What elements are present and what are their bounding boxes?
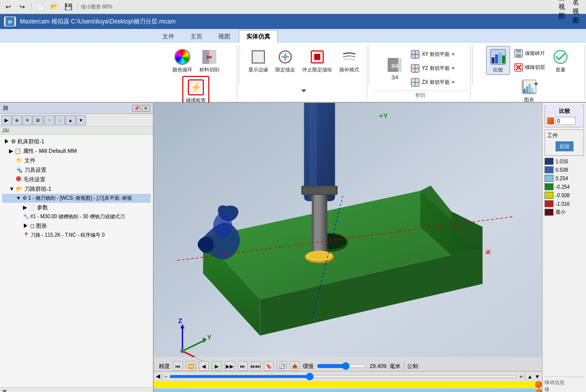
tree-tool-settings[interactable]: 🔩 刀具设置 — [2, 165, 151, 175]
svg-rect-32 — [499, 52, 502, 63]
save-fragment-btn[interactable]: 保留碎片 — [511, 47, 548, 60]
cut-zx-btn[interactable]: ZX 剪切平面 — [408, 76, 458, 89]
front-view-btn[interactable]: 俯视图 — [558, 1, 570, 12]
display-expand-btn[interactable] — [299, 76, 309, 106]
anim-left-btn[interactable]: ◀ — [156, 373, 160, 380]
quality-btn[interactable]: 质量 — [549, 46, 573, 75]
legend-item-4: -0.508 — [545, 192, 584, 199]
right-panel-info: 移动信息 移 — [545, 377, 584, 392]
tab-home[interactable]: 主页 — [183, 30, 210, 43]
jai-label: JAi — [2, 128, 9, 133]
tree-tool1[interactable]: 🔧 #1 - M30.00 键槽铣削 - 30 槽铣刀或键式刀 — [2, 212, 151, 221]
toolbar-btn-4[interactable]: ⊞ — [33, 115, 43, 125]
anim-slider[interactable] — [169, 375, 517, 378]
toolbar-btn-6[interactable]: ↓ — [55, 115, 65, 125]
color-ring-btn[interactable]: 颜色循环 — [169, 46, 195, 75]
anim-plus-btn[interactable]: + — [520, 374, 523, 380]
toolbar-btn-2[interactable]: ⊕ — [12, 115, 22, 125]
stop-limit-btn[interactable]: 停止限定描绘 — [299, 46, 335, 75]
play-prev-btn[interactable]: ⏪ — [186, 361, 196, 371]
limit-trace-btn[interactable]: 限定描走 — [272, 46, 298, 75]
new-icon[interactable]: 📄 — [34, 1, 46, 12]
play-fwd-btn[interactable]: ▶▶ — [225, 361, 235, 371]
anim-minus-btn[interactable]: − — [164, 374, 167, 380]
tree-params[interactable]: ▶ 📄 参数 — [2, 203, 151, 212]
cut-xy-btn[interactable]: XY 剪切平面 — [408, 48, 458, 61]
svg-rect-33 — [502, 55, 505, 63]
toolbar-btn-7[interactable]: ▲ — [65, 115, 75, 125]
viewport[interactable]: +Y — [154, 103, 542, 392]
open-icon[interactable]: 📂 — [48, 1, 60, 12]
material-cut-icon: ✂ — [200, 48, 218, 66]
properties-icon: 📋 — [14, 148, 23, 154]
svg-rect-44 — [529, 84, 531, 93]
tab-view[interactable]: 视图 — [211, 30, 238, 43]
blue-progress-bar[interactable] — [154, 389, 542, 392]
tree-properties[interactable]: ▶ 📋 属性 - Mill Default MM — [2, 146, 151, 156]
save-icon[interactable]: 💾 — [62, 1, 74, 12]
insert-mode-btn[interactable]: 插补模式 — [336, 46, 362, 75]
refresh-btn[interactable]: 🔄 — [277, 361, 287, 371]
right-panel: 比较 0 工件 起始 1.016 0.508 0.254 — [542, 103, 586, 392]
group-cutplane: 3/4 3/4 XY 剪切平面 YZ 剪切平面 — [371, 45, 471, 100]
toolbar-btn-8[interactable]: ▼ — [76, 115, 86, 125]
chart-btn[interactable]: 图表 — [517, 76, 541, 105]
analysis-expand[interactable] — [534, 82, 539, 88]
stop-limit-icon — [308, 48, 326, 66]
tree-files[interactable]: 📁 文件 — [2, 156, 151, 165]
material-cut-btn[interactable]: ✂ 材料切削 — [196, 46, 222, 75]
collision-check-btn[interactable]: ⚡ 碰撞检查 — [182, 76, 209, 106]
anim-up-btn[interactable]: ▲ — [527, 374, 533, 380]
tree-op1[interactable]: ▼ ⚙ 1 - 侧刃铣削 - [WCS: 俯视图] - [刀]具平面: 俯视 — [2, 194, 151, 203]
play-btn[interactable]: ▶ — [212, 361, 222, 371]
expand-arrow — [2, 389, 7, 392]
tree-toolpath-item[interactable]: 📍 刀路 - 115.2K - T.NC - 程序编号 0 — [2, 231, 151, 240]
tab-simulate[interactable]: 实体仿真 — [239, 30, 278, 43]
compare-btn[interactable]: 比较 — [486, 46, 510, 75]
group-playback-items: 颜色循环 ✂ 材料切削 ⚡ — [158, 46, 234, 106]
export-btn[interactable]: 📤 — [290, 361, 300, 371]
toolbar-btn-1[interactable]: ▶ — [1, 115, 11, 125]
tree-blank-settings[interactable]: 毛坯设置 — [2, 175, 151, 184]
svg-point-82 — [180, 349, 184, 353]
show-edge-btn[interactable]: 显示边缘 — [245, 46, 271, 75]
tab-file[interactable]: 文件 — [155, 30, 182, 43]
tree-shape[interactable]: ▶ ◻ 图形 — [2, 221, 151, 231]
play-first-btn[interactable]: ⏮ — [173, 361, 183, 371]
anim-down-btn[interactable]: ▼ — [535, 374, 540, 380]
undo-icon[interactable]: ↩ — [2, 1, 14, 12]
color-ring-icon — [173, 48, 191, 66]
move-info-label: 移动信息 — [545, 379, 584, 386]
yellow-progress-bar[interactable] — [154, 381, 542, 388]
group-display: 显示边缘 限定描走 停 — [241, 45, 367, 100]
toolbar-btn-3[interactable]: ✕ — [22, 115, 32, 125]
speed-slider[interactable] — [317, 362, 367, 370]
panel-pin-btn[interactable]: 📌 — [132, 105, 140, 112]
cut34-btn[interactable]: 3/4 3/4 — [383, 54, 407, 83]
cut-zx-label: ZX 剪切平面 — [422, 79, 450, 86]
play-end-btn[interactable]: ⏭⏭ — [251, 361, 261, 371]
3d-scene-svg: +Y — [154, 103, 542, 392]
play-back-btn[interactable]: ◀ — [199, 361, 209, 371]
collision-icon: ⚡ — [187, 78, 205, 96]
cut-yz-btn[interactable]: YZ 剪切平面 — [408, 62, 458, 75]
tree-toolpath-group[interactable]: ▼ 📂 刀路群组-1 — [2, 184, 151, 194]
files-label: 文件 — [24, 157, 35, 163]
play-last-btn[interactable]: ⏭ — [238, 361, 248, 371]
svg-text:Z: Z — [178, 318, 182, 325]
toolbar-btn-5[interactable]: ↑ — [44, 115, 54, 125]
anim-sep1 — [162, 373, 162, 380]
redo-icon[interactable]: ↪ — [16, 1, 28, 12]
bookmark-btn[interactable]: 🔖 — [264, 361, 274, 371]
left-panel-header: 路 📌 ✕ — [0, 103, 153, 114]
tree-machine-group[interactable]: ▶ ⚙ 机床群组-1 — [2, 137, 151, 146]
svg-rect-63 — [303, 187, 336, 194]
quick-access-bar: ↩ ↪ 📄 📂 💾 缩小图形 80% 俯视图 命名视图 — [0, 0, 586, 14]
shape-icon: ◻ — [30, 223, 36, 229]
named-view-btn[interactable]: 命名视图 — [572, 1, 584, 12]
remove-cut-btn[interactable]: 移除切层 — [511, 61, 548, 74]
work-start-btn[interactable]: 起始 — [556, 141, 574, 151]
panel-close-btn[interactable]: ✕ — [142, 105, 150, 112]
compare-value-input[interactable]: 0 — [556, 117, 576, 125]
legend-color-3 — [545, 183, 554, 190]
